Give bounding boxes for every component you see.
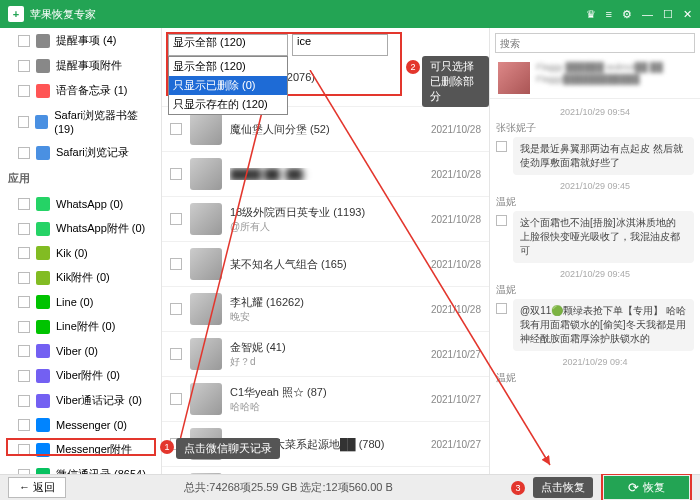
chat-preview: 哈哈哈 <box>230 400 423 414</box>
annotation-box-recover: ⟳ 恢复 <box>601 473 692 500</box>
app-icon <box>36 394 50 408</box>
sidebar-item[interactable]: Safari浏览记录 <box>0 140 161 165</box>
dropdown-option[interactable]: 只显示存在的 (120) <box>169 95 287 114</box>
checkbox[interactable] <box>170 213 182 225</box>
annotation-badge-1: 1 <box>160 440 174 454</box>
checkbox[interactable] <box>18 296 30 308</box>
sidebar-item-label: Kik附件 (0) <box>56 270 110 285</box>
chat-row[interactable]: a mamá (4369)2021/10/27 <box>162 467 489 474</box>
checkbox[interactable] <box>170 258 182 270</box>
app-icon <box>36 222 50 236</box>
chat-preview: 晚安 <box>230 310 423 324</box>
checkbox[interactable] <box>18 116 29 128</box>
checkbox[interactable] <box>18 85 30 97</box>
sidebar-item[interactable]: Messenger (0) <box>0 413 161 437</box>
checkbox[interactable] <box>496 141 507 152</box>
sidebar-item[interactable]: Viber通话记录 (0) <box>0 388 161 413</box>
checkbox[interactable] <box>18 272 30 284</box>
sidebar-item-label: Viber附件 (0) <box>56 368 120 383</box>
sidebar-item[interactable]: 微信通讯录 (8654) <box>0 462 161 474</box>
sidebar-item[interactable]: Line (0) <box>0 290 161 314</box>
app-icon <box>36 443 50 457</box>
sender-name: 张张妮子 <box>496 121 694 135</box>
search-input[interactable] <box>495 33 695 53</box>
chat-row[interactable]: C1华yeah 照☆ (87)哈哈哈2021/10/27 <box>162 377 489 422</box>
chat-date: 2021/10/27 <box>431 439 481 450</box>
checkbox[interactable] <box>18 345 30 357</box>
chat-row[interactable]: ████ ██ (██)2021/10/28 <box>162 152 489 197</box>
checkbox[interactable] <box>18 35 30 47</box>
chat-list[interactable]: 梦颖—3群 (2076)官方满减2021/10/28魔仙堡人间分堡 (52)20… <box>162 62 489 474</box>
checkbox[interactable] <box>18 321 30 333</box>
filter-select-1[interactable]: 显示全部 (120) <box>168 34 288 56</box>
sidebar-item[interactable]: Line附件 (0) <box>0 314 161 339</box>
settings-icon[interactable]: ⚙ <box>622 8 632 21</box>
sender-name: 温妮 <box>496 371 694 385</box>
checkbox[interactable] <box>496 303 507 314</box>
maximize-icon[interactable]: ☐ <box>663 8 673 21</box>
timestamp: 2021/10/29 09:45 <box>496 181 694 191</box>
avatar <box>190 158 222 190</box>
close-icon[interactable]: ✕ <box>683 8 692 21</box>
checkbox[interactable] <box>18 395 30 407</box>
sidebar-item[interactable]: Kik附件 (0) <box>0 265 161 290</box>
checkbox[interactable] <box>18 198 30 210</box>
sidebar-item[interactable]: Viber (0) <box>0 339 161 363</box>
checkbox[interactable] <box>18 247 30 259</box>
sidebar-item[interactable]: Kik (0) <box>0 241 161 265</box>
sidebar-item[interactable]: 提醒事项 (4) <box>0 28 161 53</box>
app-icon <box>36 246 50 260</box>
dropdown-option[interactable]: 显示全部 (120) <box>169 57 287 76</box>
message-bubble: 这个面霜也不油[捂脸]冰淇淋质地的 上脸很快变哑光吸收了，我混油皮都可 <box>513 211 694 263</box>
message-row: 这个面霜也不油[捂脸]冰淇淋质地的 上脸很快变哑光吸收了，我混油皮都可 <box>496 211 694 263</box>
dropdown-option[interactable]: 只显示已删除 (0) <box>169 76 287 95</box>
recover-button[interactable]: ⟳ 恢复 <box>604 476 689 499</box>
chat-row[interactable]: 18级外院西日英专业 (1193)@所有人2021/10/28 <box>162 197 489 242</box>
filter-select-2[interactable]: ice <box>292 34 388 56</box>
sidebar-item-label: Safari浏览记录 <box>56 145 129 160</box>
diamond-icon[interactable]: ♛ <box>586 8 596 21</box>
sidebar-item[interactable]: Viber附件 (0) <box>0 363 161 388</box>
sidebar-item[interactable]: WhatsApp (0) <box>0 192 161 216</box>
checkbox[interactable] <box>18 419 30 431</box>
sidebar-item[interactable]: 语音备忘录 (1) <box>0 78 161 103</box>
checkbox[interactable] <box>18 147 30 159</box>
chat-preview: 好？d <box>230 355 423 369</box>
sidebar-item[interactable]: WhatsApp附件 (0) <box>0 216 161 241</box>
chat-name: 18级外院西日英专业 (1193) <box>230 205 423 220</box>
chat-row[interactable]: 李礼耀 (16262)晚安2021/10/28 <box>162 287 489 332</box>
minimize-icon[interactable]: — <box>642 8 653 21</box>
sidebar-item-label: Line (0) <box>56 296 93 308</box>
center-panel: 显示全部 (120) ice 显示全部 (120)只显示已删除 (0)只显示存在… <box>162 28 490 474</box>
sidebar-item[interactable]: 提醒事项附件 <box>0 53 161 78</box>
back-button[interactable]: ← 返回 <box>8 477 66 498</box>
menu-icon[interactable]: ≡ <box>606 8 612 21</box>
checkbox[interactable] <box>18 370 30 382</box>
sidebar-item-label: Viber (0) <box>56 345 98 357</box>
category-icon <box>36 84 50 98</box>
checkbox[interactable] <box>18 469 30 475</box>
timestamp: 2021/10/29 09:45 <box>496 269 694 279</box>
sender-name: 温妮 <box>496 195 694 209</box>
filter-dropdown[interactable]: 显示全部 (120)只显示已删除 (0)只显示存在的 (120) <box>168 56 288 115</box>
checkbox[interactable] <box>170 393 182 405</box>
sidebar-item[interactable]: Messenger附件 <box>0 437 161 462</box>
checkbox[interactable] <box>170 168 182 180</box>
checkbox[interactable] <box>18 60 30 72</box>
avatar <box>190 383 222 415</box>
checkbox[interactable] <box>18 223 30 235</box>
checkbox[interactable] <box>18 444 30 456</box>
checkbox[interactable] <box>496 215 507 226</box>
app-icon <box>36 468 50 475</box>
chat-row[interactable]: 金智妮 (41)好？d2021/10/27 <box>162 332 489 377</box>
checkbox[interactable] <box>170 348 182 360</box>
category-icon <box>36 59 50 73</box>
checkbox[interactable] <box>170 123 182 135</box>
chat-date: 2021/10/28 <box>431 124 481 135</box>
message-list[interactable]: 2021/10/29 09:54张张妮子我是最近鼻翼那两边有点起皮 然后就使劲厚… <box>490 99 700 474</box>
chat-row[interactable]: 某不知名人气组合 (165)2021/10/28 <box>162 242 489 287</box>
checkbox[interactable] <box>170 303 182 315</box>
sidebar-item[interactable]: Safari浏览器书签 (19) <box>0 103 161 140</box>
chat-date: 2021/10/28 <box>431 304 481 315</box>
app-icon <box>36 418 50 432</box>
